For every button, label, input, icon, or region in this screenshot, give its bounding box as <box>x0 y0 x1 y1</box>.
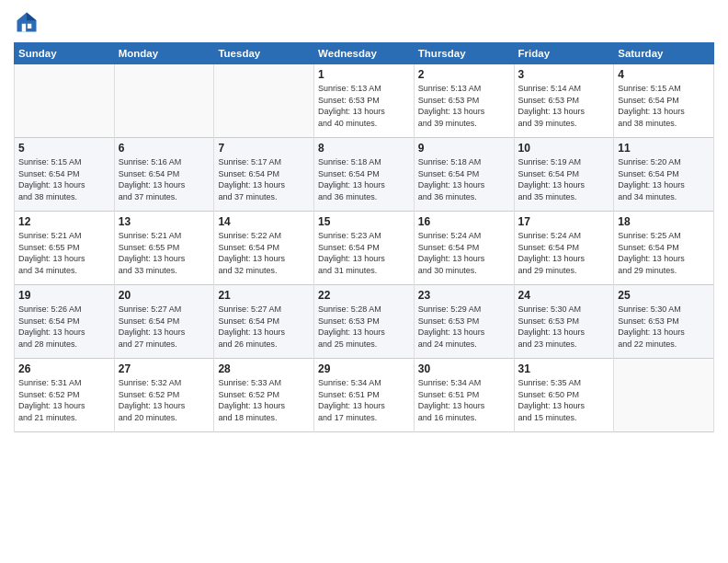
day-cell: 10Sunrise: 5:19 AM Sunset: 6:54 PM Dayli… <box>514 138 614 212</box>
day-number: 15 <box>318 215 410 228</box>
day-cell <box>214 64 314 138</box>
day-cell <box>15 64 115 138</box>
day-cell: 13Sunrise: 5:21 AM Sunset: 6:55 PM Dayli… <box>114 212 214 285</box>
day-number: 4 <box>618 68 710 81</box>
day-info: Sunrise: 5:13 AM Sunset: 6:53 PM Dayligh… <box>418 83 510 129</box>
day-info: Sunrise: 5:24 AM Sunset: 6:54 PM Dayligh… <box>518 230 610 276</box>
day-info: Sunrise: 5:21 AM Sunset: 6:55 PM Dayligh… <box>18 230 110 276</box>
day-cell: 3Sunrise: 5:14 AM Sunset: 6:53 PM Daylig… <box>514 64 614 138</box>
header-thursday: Thursday <box>414 43 514 64</box>
day-number: 28 <box>218 362 310 375</box>
day-cell <box>114 64 214 138</box>
day-number: 29 <box>318 362 410 375</box>
svg-marker-1 <box>27 13 37 21</box>
day-cell: 17Sunrise: 5:24 AM Sunset: 6:54 PM Dayli… <box>514 212 614 285</box>
day-info: Sunrise: 5:35 AM Sunset: 6:50 PM Dayligh… <box>518 377 610 423</box>
day-cell: 5Sunrise: 5:15 AM Sunset: 6:54 PM Daylig… <box>15 138 115 212</box>
day-cell: 12Sunrise: 5:21 AM Sunset: 6:55 PM Dayli… <box>15 212 115 285</box>
day-cell: 26Sunrise: 5:31 AM Sunset: 6:52 PM Dayli… <box>15 359 115 432</box>
header <box>14 9 714 35</box>
day-cell: 20Sunrise: 5:27 AM Sunset: 6:54 PM Dayli… <box>114 285 214 359</box>
week-row-2: 5Sunrise: 5:15 AM Sunset: 6:54 PM Daylig… <box>15 138 714 212</box>
day-cell: 1Sunrise: 5:13 AM Sunset: 6:53 PM Daylig… <box>314 64 415 138</box>
header-sunday: Sunday <box>15 43 115 64</box>
week-row-4: 19Sunrise: 5:26 AM Sunset: 6:54 PM Dayli… <box>15 285 714 359</box>
logo <box>14 9 43 35</box>
day-number: 2 <box>418 68 510 81</box>
day-cell: 7Sunrise: 5:17 AM Sunset: 6:54 PM Daylig… <box>214 138 314 212</box>
day-number: 19 <box>18 289 110 302</box>
day-info: Sunrise: 5:33 AM Sunset: 6:52 PM Dayligh… <box>218 377 310 423</box>
header-friday: Friday <box>514 43 614 64</box>
day-info: Sunrise: 5:18 AM Sunset: 6:54 PM Dayligh… <box>418 156 510 202</box>
day-number: 12 <box>18 215 110 228</box>
day-info: Sunrise: 5:24 AM Sunset: 6:54 PM Dayligh… <box>418 230 510 276</box>
header-monday: Monday <box>114 43 214 64</box>
day-number: 5 <box>18 142 110 155</box>
day-info: Sunrise: 5:34 AM Sunset: 6:51 PM Dayligh… <box>318 377 410 423</box>
day-number: 22 <box>318 289 410 302</box>
day-info: Sunrise: 5:28 AM Sunset: 6:53 PM Dayligh… <box>318 304 410 350</box>
week-row-5: 26Sunrise: 5:31 AM Sunset: 6:52 PM Dayli… <box>15 359 714 432</box>
day-cell: 23Sunrise: 5:29 AM Sunset: 6:53 PM Dayli… <box>414 285 514 359</box>
calendar-table: Sunday Monday Tuesday Wednesday Thursday… <box>14 42 714 432</box>
day-info: Sunrise: 5:25 AM Sunset: 6:54 PM Dayligh… <box>618 230 710 276</box>
day-cell: 6Sunrise: 5:16 AM Sunset: 6:54 PM Daylig… <box>114 138 214 212</box>
day-info: Sunrise: 5:30 AM Sunset: 6:53 PM Dayligh… <box>518 304 610 350</box>
day-info: Sunrise: 5:16 AM Sunset: 6:54 PM Dayligh… <box>119 156 210 202</box>
day-number: 23 <box>418 289 510 302</box>
day-cell: 25Sunrise: 5:30 AM Sunset: 6:53 PM Dayli… <box>614 285 714 359</box>
header-tuesday: Tuesday <box>214 43 314 64</box>
day-cell: 18Sunrise: 5:25 AM Sunset: 6:54 PM Dayli… <box>614 212 714 285</box>
day-cell: 15Sunrise: 5:23 AM Sunset: 6:54 PM Dayli… <box>314 212 415 285</box>
day-info: Sunrise: 5:32 AM Sunset: 6:52 PM Dayligh… <box>119 377 210 423</box>
day-info: Sunrise: 5:23 AM Sunset: 6:54 PM Dayligh… <box>318 230 410 276</box>
logo-icon <box>14 9 40 35</box>
day-number: 16 <box>418 215 510 228</box>
day-number: 27 <box>119 362 210 375</box>
header-wednesday: Wednesday <box>314 43 415 64</box>
day-info: Sunrise: 5:21 AM Sunset: 6:55 PM Dayligh… <box>119 230 210 276</box>
day-number: 24 <box>518 289 610 302</box>
day-cell: 22Sunrise: 5:28 AM Sunset: 6:53 PM Dayli… <box>314 285 415 359</box>
day-cell <box>614 359 714 432</box>
day-number: 18 <box>618 215 710 228</box>
svg-rect-2 <box>22 24 26 32</box>
svg-rect-3 <box>28 24 31 29</box>
day-number: 9 <box>418 142 510 155</box>
day-info: Sunrise: 5:31 AM Sunset: 6:52 PM Dayligh… <box>18 377 110 423</box>
day-cell: 30Sunrise: 5:34 AM Sunset: 6:51 PM Dayli… <box>414 359 514 432</box>
day-info: Sunrise: 5:19 AM Sunset: 6:54 PM Dayligh… <box>518 156 610 202</box>
day-number: 10 <box>518 142 610 155</box>
day-info: Sunrise: 5:17 AM Sunset: 6:54 PM Dayligh… <box>218 156 310 202</box>
day-cell: 8Sunrise: 5:18 AM Sunset: 6:54 PM Daylig… <box>314 138 415 212</box>
day-info: Sunrise: 5:20 AM Sunset: 6:54 PM Dayligh… <box>618 156 710 202</box>
week-row-3: 12Sunrise: 5:21 AM Sunset: 6:55 PM Dayli… <box>15 212 714 285</box>
calendar-body: 1Sunrise: 5:13 AM Sunset: 6:53 PM Daylig… <box>15 64 714 432</box>
day-number: 30 <box>418 362 510 375</box>
day-number: 3 <box>518 68 610 81</box>
day-cell: 31Sunrise: 5:35 AM Sunset: 6:50 PM Dayli… <box>514 359 614 432</box>
day-cell: 29Sunrise: 5:34 AM Sunset: 6:51 PM Dayli… <box>314 359 415 432</box>
day-number: 13 <box>119 215 210 228</box>
day-info: Sunrise: 5:15 AM Sunset: 6:54 PM Dayligh… <box>618 83 710 129</box>
day-info: Sunrise: 5:13 AM Sunset: 6:53 PM Dayligh… <box>318 83 410 129</box>
day-cell: 2Sunrise: 5:13 AM Sunset: 6:53 PM Daylig… <box>414 64 514 138</box>
day-cell: 19Sunrise: 5:26 AM Sunset: 6:54 PM Dayli… <box>15 285 115 359</box>
day-number: 17 <box>518 215 610 228</box>
day-number: 6 <box>119 142 210 155</box>
day-number: 25 <box>618 289 710 302</box>
day-info: Sunrise: 5:27 AM Sunset: 6:54 PM Dayligh… <box>218 304 310 350</box>
day-number: 21 <box>218 289 310 302</box>
day-info: Sunrise: 5:26 AM Sunset: 6:54 PM Dayligh… <box>18 304 110 350</box>
day-number: 20 <box>119 289 210 302</box>
day-info: Sunrise: 5:18 AM Sunset: 6:54 PM Dayligh… <box>318 156 410 202</box>
day-cell: 9Sunrise: 5:18 AM Sunset: 6:54 PM Daylig… <box>414 138 514 212</box>
day-cell: 14Sunrise: 5:22 AM Sunset: 6:54 PM Dayli… <box>214 212 314 285</box>
day-cell: 21Sunrise: 5:27 AM Sunset: 6:54 PM Dayli… <box>214 285 314 359</box>
day-number: 8 <box>318 142 410 155</box>
week-row-1: 1Sunrise: 5:13 AM Sunset: 6:53 PM Daylig… <box>15 64 714 138</box>
day-number: 11 <box>618 142 710 155</box>
day-info: Sunrise: 5:29 AM Sunset: 6:53 PM Dayligh… <box>418 304 510 350</box>
day-info: Sunrise: 5:14 AM Sunset: 6:53 PM Dayligh… <box>518 83 610 129</box>
